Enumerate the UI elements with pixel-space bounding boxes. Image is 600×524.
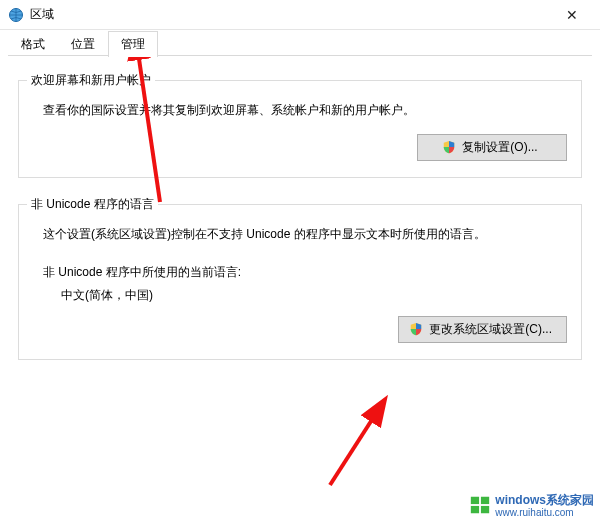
svg-line-2 [330, 415, 375, 485]
group-non-unicode: 非 Unicode 程序的语言 这个设置(系统区域设置)控制在不支持 Unico… [18, 204, 582, 360]
watermark-sub: www.ruihaitu.com [495, 507, 594, 518]
tab-admin[interactable]: 管理 [108, 31, 158, 57]
tab-strip: 格式 位置 管理 [0, 30, 600, 56]
svg-rect-6 [481, 506, 489, 513]
svg-rect-5 [471, 506, 479, 513]
svg-rect-3 [471, 497, 479, 504]
tab-underline [8, 55, 592, 56]
watermark-main: windows系统家园 [495, 493, 594, 507]
group-non-unicode-legend: 非 Unicode 程序的语言 [27, 196, 158, 213]
uac-shield-icon [409, 322, 423, 336]
titlebar: 区域 ✕ [0, 0, 600, 30]
group-welcome-desc: 查看你的国际设置并将其复制到欢迎屏幕、系统帐户和新的用户帐户。 [43, 99, 567, 122]
annotation-arrow-bottom [320, 395, 440, 495]
windows-logo-icon [469, 494, 491, 516]
close-button[interactable]: ✕ [552, 0, 592, 30]
svg-rect-4 [481, 497, 489, 504]
group-non-unicode-desc: 这个设置(系统区域设置)控制在不支持 Unicode 的程序中显示文本时所使用的… [43, 223, 567, 246]
tab-location[interactable]: 位置 [58, 31, 108, 57]
copy-settings-label: 复制设置(O)... [462, 139, 537, 156]
change-system-locale-button[interactable]: 更改系统区域设置(C)... [398, 316, 567, 343]
watermark: windows系统家园 www.ruihaitu.com [469, 492, 594, 518]
current-language-value: 中文(简体，中国) [61, 287, 567, 304]
change-system-locale-label: 更改系统区域设置(C)... [429, 321, 552, 338]
tab-format[interactable]: 格式 [8, 31, 58, 57]
current-language-label: 非 Unicode 程序中所使用的当前语言: [43, 264, 567, 281]
window-title: 区域 [30, 6, 54, 23]
tab-panel-admin: 欢迎屏幕和新用户帐户 查看你的国际设置并将其复制到欢迎屏幕、系统帐户和新的用户帐… [0, 56, 600, 404]
globe-icon [8, 7, 24, 23]
uac-shield-icon [442, 140, 456, 154]
copy-settings-button[interactable]: 复制设置(O)... [417, 134, 567, 161]
group-welcome-screen: 欢迎屏幕和新用户帐户 查看你的国际设置并将其复制到欢迎屏幕、系统帐户和新的用户帐… [18, 80, 582, 178]
group-welcome-legend: 欢迎屏幕和新用户帐户 [27, 72, 155, 89]
